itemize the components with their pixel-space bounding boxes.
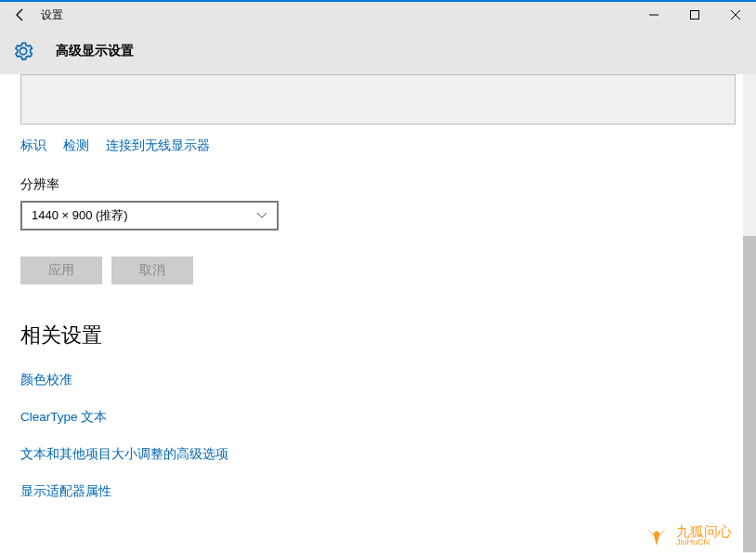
apply-button[interactable]: 应用 <box>20 257 102 284</box>
fox-icon <box>643 521 671 549</box>
chevron-down-icon <box>256 209 267 222</box>
back-button[interactable] <box>0 2 41 28</box>
watermark: 九狐问心 JiuHuCN <box>643 521 732 549</box>
connect-wireless-link[interactable]: 连接到无线显示器 <box>106 138 210 154</box>
cancel-button[interactable]: 取消 <box>111 257 193 284</box>
window-title: 设置 <box>41 7 63 23</box>
titlebar: 设置 <box>0 2 756 28</box>
resolution-value: 1440 × 900 (推荐) <box>32 207 128 224</box>
svg-rect-1 <box>691 11 699 20</box>
gear-icon <box>13 41 33 61</box>
detect-link[interactable]: 检测 <box>63 138 89 154</box>
watermark-en: JiuHuCN <box>676 538 732 546</box>
page-title: 高级显示设置 <box>56 43 134 59</box>
display-preview <box>20 74 736 125</box>
identify-link[interactable]: 标识 <box>20 138 46 154</box>
minimize-button[interactable] <box>633 2 674 28</box>
adapter-properties-link[interactable]: 显示适配器属性 <box>20 483 736 500</box>
resolution-dropdown[interactable]: 1440 × 900 (推荐) <box>20 201 279 230</box>
close-button[interactable] <box>715 2 756 28</box>
scrollbar-thumb[interactable] <box>743 236 756 552</box>
related-settings-heading: 相关设置 <box>20 322 736 349</box>
cleartype-link[interactable]: ClearType 文本 <box>20 409 736 426</box>
watermark-cn: 九狐问心 <box>676 524 732 538</box>
maximize-button[interactable] <box>674 2 715 28</box>
resolution-label: 分辨率 <box>20 177 736 193</box>
advanced-sizing-link[interactable]: 文本和其他项目大小调整的高级选项 <box>20 446 736 463</box>
color-calibration-link[interactable]: 颜色校准 <box>20 372 736 388</box>
page-header: 高级显示设置 <box>0 28 756 74</box>
